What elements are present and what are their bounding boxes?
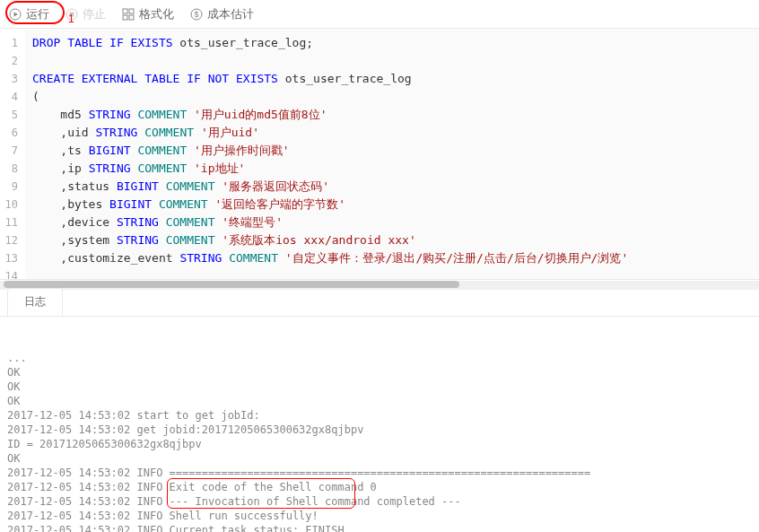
horizontal-scrollbar[interactable] <box>0 281 759 290</box>
run-button[interactable]: 运行 <box>9 6 49 22</box>
log-line: ... <box>7 351 752 365</box>
line-number: 6 <box>4 124 18 142</box>
line-number: 5 <box>4 106 18 124</box>
log-line: 2017-12-05 14:53:02 INFO ===============… <box>7 466 752 480</box>
code-line[interactable] <box>32 267 752 279</box>
stop-label: 停止 <box>83 6 106 22</box>
code-line[interactable]: DROP TABLE IF EXISTS ots_user_trace_log; <box>32 34 752 52</box>
log-line: 2017-12-05 14:53:02 INFO --- Invocation … <box>7 494 752 509</box>
stop-icon <box>65 8 78 21</box>
line-number: 8 <box>4 160 18 178</box>
code-line[interactable]: ,uid STRING COMMENT '用户uid' <box>32 124 752 142</box>
svg-text:$: $ <box>194 10 198 19</box>
code-line[interactable] <box>32 52 752 70</box>
code-editor[interactable]: 1234567891011121314 DROP TABLE IF EXISTS… <box>0 29 759 280</box>
grid-icon <box>122 8 135 21</box>
stop-button: 停止 <box>65 6 106 22</box>
tab-log[interactable]: 日志 <box>7 288 63 316</box>
line-number: 1 <box>4 34 18 52</box>
code-line[interactable]: ,system STRING COMMENT '系统版本ios xxx/andr… <box>32 231 752 249</box>
log-line: ID = 20171205065300632gx8qjbpv <box>7 437 752 451</box>
log-line: OK <box>7 379 752 394</box>
dollar-icon: $ <box>190 8 203 21</box>
line-number: 12 <box>4 231 18 249</box>
code-line[interactable]: CREATE EXTERNAL TABLE IF NOT EXISTS ots_… <box>32 70 752 88</box>
line-number: 9 <box>4 178 18 196</box>
format-label: 格式化 <box>139 6 174 22</box>
code-line[interactable]: ,ip STRING COMMENT 'ip地址' <box>32 160 752 178</box>
log-line: 2017-12-05 14:53:02 get jobid:2017120506… <box>7 423 752 437</box>
log-line: 2017-12-05 14:53:02 INFO Current task st… <box>7 523 752 532</box>
svg-rect-7 <box>129 15 134 20</box>
code-line[interactable]: ,customize_event STRING COMMENT '自定义事件：登… <box>32 249 752 267</box>
log-tabs: 日志 <box>0 290 759 317</box>
cost-button[interactable]: $ 成本估计 <box>190 6 254 22</box>
log-line: 2017-12-05 14:53:02 INFO Shell run succe… <box>7 509 752 523</box>
code-area[interactable]: DROP TABLE IF EXISTS ots_user_trace_log;… <box>25 29 759 279</box>
line-number: 14 <box>4 267 18 280</box>
code-line[interactable]: ,status BIGINT COMMENT '服务器返回状态码' <box>32 178 752 196</box>
log-line: 2017-12-05 14:53:02 start to get jobId: <box>7 408 752 423</box>
play-icon <box>9 8 22 21</box>
log-line: OK <box>7 394 752 408</box>
line-number: 4 <box>4 88 18 106</box>
cost-label: 成本估计 <box>207 6 254 22</box>
line-number: 2 <box>4 52 18 70</box>
code-line[interactable]: md5 STRING COMMENT '用户uid的md5值前8位' <box>32 106 752 124</box>
log-line: OK <box>7 451 752 466</box>
line-number: 11 <box>4 214 18 231</box>
line-number: 7 <box>4 142 18 160</box>
code-line[interactable]: ,bytes BIGINT COMMENT '返回给客户端的字节数' <box>32 196 752 214</box>
svg-marker-1 <box>14 12 19 16</box>
svg-rect-4 <box>123 9 127 13</box>
scrollbar-thumb[interactable] <box>4 281 459 288</box>
svg-rect-6 <box>123 15 127 20</box>
line-number: 13 <box>4 249 18 267</box>
line-gutter: 1234567891011121314 <box>0 29 25 279</box>
line-number: 3 <box>4 70 18 88</box>
toolbar: 运行 停止 格式化 $ 成本估计 <box>0 0 759 29</box>
code-line[interactable]: ,device STRING COMMENT '终端型号' <box>32 214 752 231</box>
code-line[interactable]: ,ts BIGINT COMMENT '用户操作时间戳' <box>32 142 752 160</box>
line-number: 10 <box>4 196 18 214</box>
log-line: 2017-12-05 14:53:02 INFO Exit code of th… <box>7 480 752 494</box>
svg-rect-5 <box>129 9 134 13</box>
code-line[interactable]: ( <box>32 88 752 106</box>
svg-rect-3 <box>70 12 74 16</box>
log-line: OK <box>7 365 752 379</box>
log-output[interactable]: ...OKOKOK2017-12-05 14:53:02 start to ge… <box>0 317 759 532</box>
run-label: 运行 <box>26 6 49 22</box>
format-button[interactable]: 格式化 <box>122 6 174 22</box>
